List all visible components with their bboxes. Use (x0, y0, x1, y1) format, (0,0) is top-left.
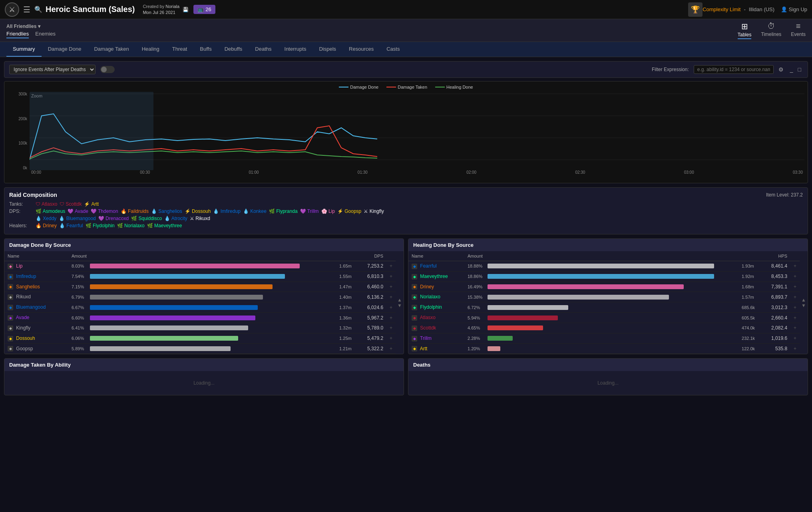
player-squiddisco[interactable]: 🌿 Squiddisco (131, 216, 162, 221)
table-row[interactable]: ◆ Maeveythree 18.86% 1.92m 8,453.3 + (408, 271, 800, 282)
add-cell[interactable]: + (386, 323, 396, 333)
add-cell[interactable]: + (386, 261, 396, 272)
table-row[interactable]: ◆ Imfiredup 7.54% 1.55m 6,810.3 + (4, 271, 396, 282)
tab-debuffs[interactable]: Debuffs (218, 42, 249, 57)
heal-add-icon[interactable]: + (794, 325, 796, 331)
table-row[interactable]: ◆ Bluemangood 6.67% 1.37m 6,024.6 + (4, 302, 396, 313)
player-norialaxo[interactable]: 🌿 Norialaxo (117, 223, 145, 228)
player-trillm[interactable]: 💜 Trillm (300, 208, 319, 214)
heal-add-cell[interactable]: + (790, 323, 800, 333)
maximize-icon[interactable]: □ (796, 66, 803, 73)
table-row[interactable]: ◆ Artt 1.20% 122.0k 535.8 + (408, 343, 800, 354)
add-cell[interactable]: + (386, 302, 396, 313)
tab-healing[interactable]: Healing (135, 42, 166, 57)
heal-add-icon[interactable]: + (794, 294, 796, 300)
table-row[interactable]: ◆ Flydolphin 6.72% 685.6k 3,012.3 + (408, 302, 800, 313)
table-row[interactable]: ◆ Sanghelios 7.15% 1.47m 6,460.0 + (4, 282, 396, 292)
tab-dispels[interactable]: Dispels (312, 42, 342, 57)
stream-button[interactable]: 📺 26 (193, 5, 215, 14)
add-icon[interactable]: + (390, 274, 392, 279)
player-lip[interactable]: 🌸 Lip (321, 208, 335, 214)
add-icon[interactable]: + (390, 335, 392, 341)
add-cell[interactable]: + (386, 271, 396, 282)
tab-summary[interactable]: Summary (6, 42, 42, 57)
table-row[interactable]: ◆ Norialaxo 15.38% 1.57m 6,893.7 + (408, 292, 800, 302)
timelines-view-button[interactable]: ⏱ Timelines (761, 22, 781, 39)
player-sanghelios[interactable]: 💧 Sanghelios (151, 208, 182, 214)
save-icon[interactable]: 💾 (183, 7, 189, 12)
tab-deaths[interactable]: Deaths (249, 42, 278, 57)
chart-svg-container[interactable]: Zoom 00:00 (30, 92, 804, 180)
player-thdemon[interactable]: 💜 Thdemon (91, 208, 118, 214)
site-logo[interactable]: ⚔ (5, 2, 19, 17)
heal-add-icon[interactable]: + (794, 274, 796, 279)
heal-add-cell[interactable]: + (790, 302, 800, 313)
add-icon[interactable]: + (390, 305, 392, 310)
menu-button[interactable]: ☰ (23, 5, 30, 14)
events-filter-dropdown[interactable]: Ignore Events After Player Deaths (9, 65, 96, 74)
heal-add-cell[interactable]: + (790, 313, 800, 323)
table-row[interactable]: ◆ Avade 6.60% 1.36m 5,967.2 + (4, 313, 396, 323)
player-artt[interactable]: ⚡ Artt (84, 201, 99, 207)
table-row[interactable]: ◆ Lip 8.03% 1.65m 7,253.2 + (4, 261, 396, 272)
player-avade[interactable]: 💜 Avade (68, 208, 88, 214)
heal-add-cell[interactable]: + (790, 343, 800, 354)
player-imfiredup[interactable]: 💧 Imfiredup (213, 208, 240, 214)
heal-add-icon[interactable]: + (794, 284, 796, 290)
add-icon[interactable]: + (390, 294, 392, 300)
table-row[interactable]: ◆ Kingfly 6.41% 1.32m 5,789.0 + (4, 323, 396, 333)
table-row[interactable]: ◆ Driney 16.49% 1.68m 7,391.1 + (408, 282, 800, 292)
add-cell[interactable]: + (386, 292, 396, 302)
player-rikuxd[interactable]: ⚔ Rikuxd (190, 216, 210, 221)
tab-friendlies[interactable]: Friendlies (6, 30, 29, 38)
events-view-button[interactable]: ≡ Events (791, 22, 806, 39)
add-cell[interactable]: + (386, 282, 396, 292)
heal-add-cell[interactable]: + (790, 333, 800, 343)
add-icon[interactable]: + (390, 284, 392, 290)
heal-scroll-up-icon[interactable]: ▲ (801, 297, 806, 303)
scroll-up-icon[interactable]: ▲ (397, 297, 402, 303)
player-scottdk[interactable]: 🛡 Scottdk (60, 201, 82, 207)
search-icon[interactable]: 🔍 (34, 6, 42, 13)
heal-add-icon[interactable]: + (794, 335, 796, 341)
player-bluemangood[interactable]: 💧 Bluemangood (59, 216, 96, 221)
scroll-down-icon[interactable]: ▼ (397, 303, 402, 308)
add-icon[interactable]: + (390, 315, 392, 321)
add-cell[interactable]: + (386, 333, 396, 343)
player-fearrful[interactable]: 💧 Fearrful (59, 223, 83, 228)
player-kingfly[interactable]: ⚔ Kingfly (364, 208, 384, 214)
add-cell[interactable]: + (386, 343, 396, 354)
player-goopsp[interactable]: ⚡ Goopsp (337, 208, 361, 214)
guild-info[interactable]: Complexity Limit - Illidan (US) (703, 6, 774, 12)
tab-threat[interactable]: Threat (166, 42, 194, 57)
friendlies-dropdown[interactable]: All Friendlies ▾ (6, 23, 56, 29)
filter-expression-input[interactable] (694, 65, 774, 74)
table-row[interactable]: ◆ Rikuxd 6.79% 1.40m 6,136.2 + (4, 292, 396, 302)
heal-add-cell[interactable]: + (790, 282, 800, 292)
settings-icon[interactable]: ⚙ (778, 66, 784, 73)
table-row[interactable]: ◆ Fearrful 18.88% 1.93m 8,461.4 + (408, 261, 800, 272)
heal-add-icon[interactable]: + (794, 315, 796, 321)
player-dossouh[interactable]: ⚡ Dossouh (185, 208, 211, 214)
table-row[interactable]: ◆ Trillm 2.28% 232.1k 1,019.6 + (408, 333, 800, 343)
add-icon[interactable]: + (390, 263, 392, 269)
heal-add-cell[interactable]: + (790, 292, 800, 302)
heal-add-icon[interactable]: + (794, 305, 796, 310)
add-icon[interactable]: + (390, 325, 392, 331)
player-drenacoxd[interactable]: 💜 Drenacoxd (98, 216, 129, 221)
add-cell[interactable]: + (386, 313, 396, 323)
tab-interrupts[interactable]: Interrupts (278, 42, 313, 57)
tab-resources[interactable]: Resources (342, 42, 380, 57)
tables-view-button[interactable]: ⊞ Tables (738, 22, 752, 39)
player-maeveythree[interactable]: 🌿 Maeveythree (147, 223, 182, 228)
player-faildruids[interactable]: 🔥 Faildruids (121, 208, 149, 214)
tab-damage-done[interactable]: Damage Done (42, 42, 88, 57)
player-asmodeus[interactable]: 🌿 Asmodeus (36, 208, 65, 214)
player-flypranda[interactable]: 🌿 Flypranda (269, 208, 298, 214)
minimize-icon[interactable]: _ (788, 66, 795, 73)
player-flydolphin[interactable]: 🌿 Flydolphin (86, 223, 115, 228)
heal-add-cell[interactable]: + (790, 271, 800, 282)
tab-casts[interactable]: Casts (380, 42, 406, 57)
add-icon[interactable]: + (390, 346, 392, 351)
player-atlasxo[interactable]: 🛡 Atlasxo (36, 201, 57, 207)
